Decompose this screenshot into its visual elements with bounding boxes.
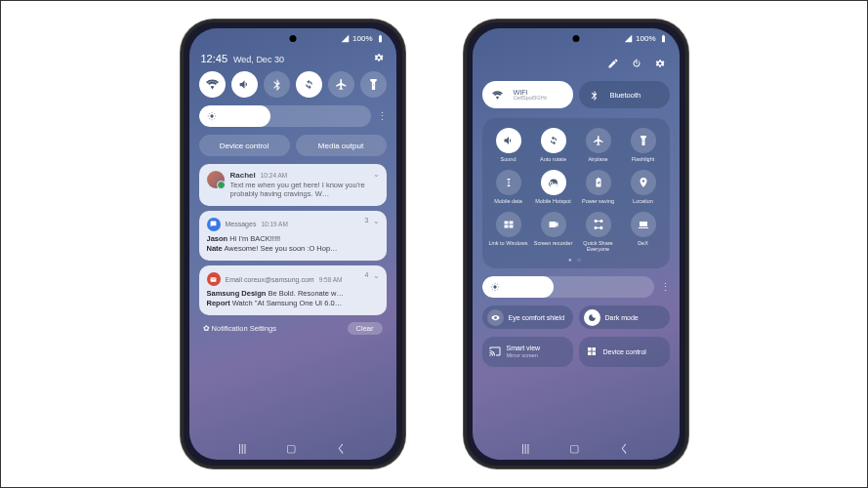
notification-card[interactable]: Email coreux@samsung.com 9:58 AMSamsung … [199, 265, 387, 315]
tile-label: Screen recorder [534, 240, 572, 246]
brightness-more-icon[interactable]: ⋮ [660, 281, 670, 294]
nav-recents-icon[interactable]: ||| [521, 442, 530, 454]
settings-gear-icon[interactable] [654, 56, 666, 73]
screen-recorder-icon [548, 219, 559, 230]
sound-toggle[interactable] [231, 71, 258, 98]
sound-icon [238, 78, 251, 91]
date: Wed, Dec 30 [233, 55, 284, 64]
notification-card[interactable]: Messages 10:19 AMJason Hi I'm BACK!!!!!N… [199, 211, 387, 261]
eye-icon [491, 313, 500, 322]
notification-settings-link[interactable]: ✿ Notification Settings [203, 324, 276, 333]
brightness-slider[interactable] [199, 105, 371, 127]
smart-view-button[interactable]: Smart view Mirror screen [482, 337, 573, 366]
location-tile[interactable]: Location [623, 170, 664, 204]
notif-line: Nate Awesome! See you soon :O Hop… [207, 244, 379, 254]
moon-icon [588, 313, 597, 322]
tile-label: Link to Windows [488, 240, 527, 246]
airplane-toggle[interactable] [328, 71, 354, 98]
dark-mode-toggle[interactable]: Dark mode [579, 305, 670, 329]
nav-home-icon[interactable]: ▢ [569, 442, 579, 455]
tile-label: Auto rotate [540, 156, 566, 162]
phone-left: 100% 12:45 Wed, Dec 30 ⋮ [181, 20, 405, 468]
device-control-button[interactable]: Device control [579, 337, 670, 366]
svg-point-1 [493, 286, 496, 289]
wifi-toggle[interactable]: WiFi CellSpot5GHz [482, 81, 573, 108]
nav-home-icon[interactable]: ▢ [286, 442, 296, 455]
nav-bar: ||| ▢ く [189, 436, 396, 460]
wifi-icon [206, 78, 219, 91]
clear-button[interactable]: Clear [348, 322, 383, 335]
bluetooth-label: Bluetooth [610, 91, 641, 100]
quick-settings-panel: SoundAuto rotateAirplaneFlashlightMobile… [482, 118, 670, 268]
battery-icon [659, 34, 668, 43]
auto-rotate-icon [303, 78, 315, 91]
brightness-more-icon[interactable]: ⋮ [377, 110, 387, 123]
bluetooth-icon [589, 90, 599, 101]
app-name: Email coreux@samsung.com [226, 276, 314, 283]
wifi-toggle[interactable] [199, 71, 226, 98]
nav-back-icon[interactable]: く [336, 441, 347, 456]
grid-icon [586, 346, 598, 357]
mobile-data-icon [503, 177, 515, 188]
link-windows-tile[interactable]: Link to Windows [488, 212, 529, 252]
tile-label: Sound [501, 156, 517, 162]
smart-view-label: Smart view [507, 345, 541, 352]
mobile-hotspot-icon [548, 177, 559, 188]
tile-label: Quick Share Everyone [578, 240, 619, 252]
app-icon [207, 218, 221, 231]
smart-view-sub: Mirror screen [507, 352, 541, 358]
flashlight-toggle[interactable] [360, 71, 387, 98]
chevron-down-icon[interactable]: ⌄ [373, 271, 380, 280]
quick-share-tile[interactable]: Quick Share Everyone [578, 212, 619, 252]
sound-tile[interactable]: Sound [488, 128, 529, 162]
bluetooth-toggle[interactable] [264, 71, 290, 98]
edit-icon[interactable] [607, 56, 619, 73]
link-windows-icon [503, 219, 515, 230]
airplane-icon [335, 78, 348, 91]
brightness-slider[interactable] [482, 276, 654, 298]
screen-recorder-tile[interactable]: Screen recorder [533, 212, 574, 252]
bluetooth-toggle[interactable]: Bluetooth [579, 81, 670, 108]
app-name: Messages [226, 221, 257, 227]
notif-line: Samsung Design Be Bold. Resonate w… [207, 289, 379, 299]
nav-bar: ||| ▢ く [473, 436, 680, 460]
mobile-hotspot-tile[interactable]: Mobile Hotspot [533, 170, 574, 204]
auto-rotate-toggle[interactable] [296, 71, 322, 98]
device-control-button[interactable]: Device control [199, 135, 290, 156]
tile-label: Power saving [582, 198, 614, 204]
notification-card[interactable]: Rachel10:24 AMText me when you get here!… [199, 164, 387, 206]
power-icon[interactable] [631, 56, 642, 73]
settings-gear-icon[interactable] [373, 52, 385, 65]
chevron-down-icon[interactable]: ⌄ [373, 217, 380, 225]
flashlight-icon [638, 135, 649, 146]
dex-tile[interactable]: DeX [623, 212, 664, 252]
avatar [207, 171, 225, 188]
notif-time: 9:58 AM [319, 276, 343, 283]
tile-label: Airplane [588, 156, 607, 162]
flashlight-icon [367, 78, 380, 91]
mobile-data-tile[interactable]: Mobile data [488, 170, 529, 204]
tile-label: Location [633, 198, 653, 204]
clock-date: 12:45 Wed, Dec 30 [201, 53, 284, 64]
sun-icon [490, 282, 500, 292]
airplane-tile[interactable]: Airplane [578, 128, 619, 162]
flashlight-tile[interactable]: Flashlight [623, 128, 664, 162]
page-indicator[interactable]: ● ○ [488, 257, 664, 263]
signal-icon [341, 34, 350, 43]
notif-line: Jason Hi I'm BACK!!!!! [207, 234, 379, 244]
media-output-button[interactable]: Media output [296, 135, 387, 156]
bluetooth-icon [270, 78, 283, 91]
auto-rotate-tile[interactable]: Auto rotate [533, 128, 574, 162]
notif-sender: Rachel [230, 171, 256, 180]
chevron-down-icon[interactable]: ⌄ [373, 170, 380, 179]
power-saving-tile[interactable]: Power saving [578, 170, 619, 204]
svg-point-0 [210, 114, 213, 117]
sound-icon [503, 135, 515, 146]
nav-recents-icon[interactable]: ||| [238, 442, 247, 454]
tile-label: DeX [638, 240, 648, 246]
nav-back-icon[interactable]: く [619, 441, 630, 456]
power-saving-icon [593, 177, 604, 188]
eye-comfort-toggle[interactable]: Eye comfort shield [482, 305, 573, 329]
device-control-label: Device control [603, 348, 646, 355]
notif-count: 3 [365, 217, 369, 224]
